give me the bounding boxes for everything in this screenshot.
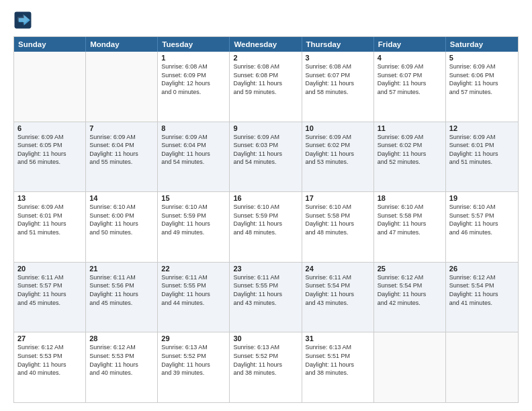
day-number: 7 (89, 124, 154, 132)
day-info: Sunrise: 6:09 AM Sunset: 6:02 PM Dayligh… (378, 134, 427, 166)
calendar-body: 1Sunrise: 6:08 AM Sunset: 6:09 PM Daylig… (14, 52, 518, 402)
day-cell-21: 21Sunrise: 6:11 AM Sunset: 5:56 PM Dayli… (86, 263, 158, 332)
day-cell-29: 29Sunrise: 6:13 AM Sunset: 5:52 PM Dayli… (158, 332, 230, 402)
logo-icon (13, 11, 32, 30)
header-day-friday: Friday (374, 37, 446, 52)
day-cell-10: 10Sunrise: 6:09 AM Sunset: 6:02 PM Dayli… (302, 122, 374, 192)
day-info: Sunrise: 6:11 AM Sunset: 5:54 PM Dayligh… (306, 274, 355, 306)
day-info: Sunrise: 6:12 AM Sunset: 5:53 PM Dayligh… (89, 344, 138, 376)
day-cell-4: 4Sunrise: 6:09 AM Sunset: 6:07 PM Daylig… (374, 52, 446, 122)
day-number: 18 (378, 194, 442, 202)
day-cell-27: 27Sunrise: 6:12 AM Sunset: 5:53 PM Dayli… (14, 332, 86, 402)
day-cell-22: 22Sunrise: 6:11 AM Sunset: 5:55 PM Dayli… (158, 263, 230, 332)
day-cell-18: 18Sunrise: 6:10 AM Sunset: 5:58 PM Dayli… (374, 192, 446, 262)
day-number: 12 (449, 124, 515, 132)
day-number: 31 (306, 334, 370, 342)
day-info: Sunrise: 6:10 AM Sunset: 5:58 PM Dayligh… (378, 203, 427, 236)
day-number: 11 (378, 124, 442, 132)
day-number: 20 (17, 265, 82, 273)
day-info: Sunrise: 6:09 AM Sunset: 6:02 PM Dayligh… (306, 134, 355, 166)
day-info: Sunrise: 6:09 AM Sunset: 6:07 PM Dayligh… (378, 63, 427, 95)
day-number: 13 (17, 194, 82, 202)
day-cell-3: 3Sunrise: 6:08 AM Sunset: 6:07 PM Daylig… (302, 52, 374, 122)
day-info: Sunrise: 6:08 AM Sunset: 6:09 PM Dayligh… (161, 63, 210, 95)
day-cell-31: 31Sunrise: 6:13 AM Sunset: 5:51 PM Dayli… (302, 332, 374, 402)
day-info: Sunrise: 6:13 AM Sunset: 5:52 PM Dayligh… (161, 344, 210, 376)
empty-cell (14, 52, 86, 122)
day-cell-16: 16Sunrise: 6:10 AM Sunset: 5:59 PM Dayli… (230, 192, 302, 262)
day-number: 17 (306, 194, 370, 202)
logo (13, 11, 35, 30)
day-cell-7: 7Sunrise: 6:09 AM Sunset: 6:04 PM Daylig… (86, 122, 158, 192)
day-cell-13: 13Sunrise: 6:09 AM Sunset: 6:01 PM Dayli… (14, 192, 86, 262)
day-number: 29 (161, 334, 226, 342)
day-number: 16 (233, 194, 298, 202)
day-number: 22 (161, 265, 226, 273)
day-number: 21 (89, 265, 154, 273)
day-cell-11: 11Sunrise: 6:09 AM Sunset: 6:02 PM Dayli… (374, 122, 446, 192)
day-cell-28: 28Sunrise: 6:12 AM Sunset: 5:53 PM Dayli… (86, 332, 158, 402)
calendar-row-4: 20Sunrise: 6:11 AM Sunset: 5:57 PM Dayli… (14, 262, 518, 332)
day-cell-30: 30Sunrise: 6:13 AM Sunset: 5:52 PM Dayli… (230, 332, 302, 402)
day-info: Sunrise: 6:09 AM Sunset: 6:04 PM Dayligh… (161, 134, 210, 166)
day-cell-23: 23Sunrise: 6:11 AM Sunset: 5:55 PM Dayli… (230, 263, 302, 332)
day-number: 28 (89, 334, 154, 342)
day-cell-1: 1Sunrise: 6:08 AM Sunset: 6:09 PM Daylig… (158, 52, 230, 122)
header-day-wednesday: Wednesday (230, 37, 302, 52)
day-number: 2 (233, 54, 298, 62)
header (13, 11, 519, 30)
day-number: 23 (233, 265, 298, 273)
empty-cell (86, 52, 158, 122)
day-info: Sunrise: 6:13 AM Sunset: 5:52 PM Dayligh… (233, 344, 282, 376)
day-number: 27 (17, 334, 82, 342)
day-info: Sunrise: 6:12 AM Sunset: 5:54 PM Dayligh… (378, 274, 427, 306)
day-info: Sunrise: 6:12 AM Sunset: 5:54 PM Dayligh… (449, 274, 498, 306)
day-number: 25 (378, 265, 442, 273)
day-info: Sunrise: 6:10 AM Sunset: 5:59 PM Dayligh… (233, 203, 282, 236)
header-day-sunday: Sunday (14, 37, 86, 52)
day-number: 24 (306, 265, 370, 273)
calendar-header: SundayMondayTuesdayWednesdayThursdayFrid… (14, 37, 518, 52)
day-cell-2: 2Sunrise: 6:08 AM Sunset: 6:08 PM Daylig… (230, 52, 302, 122)
day-cell-12: 12Sunrise: 6:09 AM Sunset: 6:01 PM Dayli… (446, 122, 518, 192)
calendar-row-2: 6Sunrise: 6:09 AM Sunset: 6:05 PM Daylig… (14, 122, 518, 192)
header-day-tuesday: Tuesday (158, 37, 230, 52)
day-number: 3 (306, 54, 370, 62)
day-number: 5 (449, 54, 515, 62)
day-info: Sunrise: 6:08 AM Sunset: 6:07 PM Dayligh… (306, 63, 355, 95)
day-info: Sunrise: 6:10 AM Sunset: 5:59 PM Dayligh… (161, 203, 210, 236)
day-info: Sunrise: 6:10 AM Sunset: 6:00 PM Dayligh… (89, 203, 138, 236)
day-cell-9: 9Sunrise: 6:09 AM Sunset: 6:03 PM Daylig… (230, 122, 302, 192)
empty-cell (374, 332, 446, 402)
day-info: Sunrise: 6:09 AM Sunset: 6:05 PM Dayligh… (17, 134, 66, 166)
day-info: Sunrise: 6:09 AM Sunset: 6:06 PM Dayligh… (449, 63, 498, 95)
day-cell-25: 25Sunrise: 6:12 AM Sunset: 5:54 PM Dayli… (374, 263, 446, 332)
day-number: 15 (161, 194, 226, 202)
day-number: 4 (378, 54, 442, 62)
day-info: Sunrise: 6:13 AM Sunset: 5:51 PM Dayligh… (306, 344, 355, 376)
day-info: Sunrise: 6:09 AM Sunset: 6:03 PM Dayligh… (233, 134, 282, 166)
day-cell-20: 20Sunrise: 6:11 AM Sunset: 5:57 PM Dayli… (14, 263, 86, 332)
day-number: 30 (233, 334, 298, 342)
header-day-thursday: Thursday (302, 37, 374, 52)
day-info: Sunrise: 6:08 AM Sunset: 6:08 PM Dayligh… (233, 63, 282, 95)
day-info: Sunrise: 6:11 AM Sunset: 5:56 PM Dayligh… (89, 274, 138, 306)
day-cell-17: 17Sunrise: 6:10 AM Sunset: 5:58 PM Dayli… (302, 192, 374, 262)
day-number: 26 (449, 265, 515, 273)
day-number: 19 (449, 194, 515, 202)
calendar: SundayMondayTuesdayWednesdayThursdayFrid… (13, 36, 519, 403)
day-info: Sunrise: 6:10 AM Sunset: 5:57 PM Dayligh… (449, 203, 498, 236)
day-number: 10 (306, 124, 370, 132)
day-info: Sunrise: 6:10 AM Sunset: 5:58 PM Dayligh… (306, 203, 355, 236)
day-info: Sunrise: 6:12 AM Sunset: 5:53 PM Dayligh… (17, 344, 66, 376)
day-cell-26: 26Sunrise: 6:12 AM Sunset: 5:54 PM Dayli… (446, 263, 518, 332)
day-number: 6 (17, 124, 82, 132)
day-cell-24: 24Sunrise: 6:11 AM Sunset: 5:54 PM Dayli… (302, 263, 374, 332)
day-info: Sunrise: 6:11 AM Sunset: 5:57 PM Dayligh… (17, 274, 66, 306)
day-cell-5: 5Sunrise: 6:09 AM Sunset: 6:06 PM Daylig… (446, 52, 518, 122)
day-cell-6: 6Sunrise: 6:09 AM Sunset: 6:05 PM Daylig… (14, 122, 86, 192)
page: SundayMondayTuesdayWednesdayThursdayFrid… (0, 0, 532, 411)
day-number: 8 (161, 124, 226, 132)
day-info: Sunrise: 6:09 AM Sunset: 6:01 PM Dayligh… (449, 134, 498, 166)
day-info: Sunrise: 6:09 AM Sunset: 6:04 PM Dayligh… (89, 134, 138, 166)
